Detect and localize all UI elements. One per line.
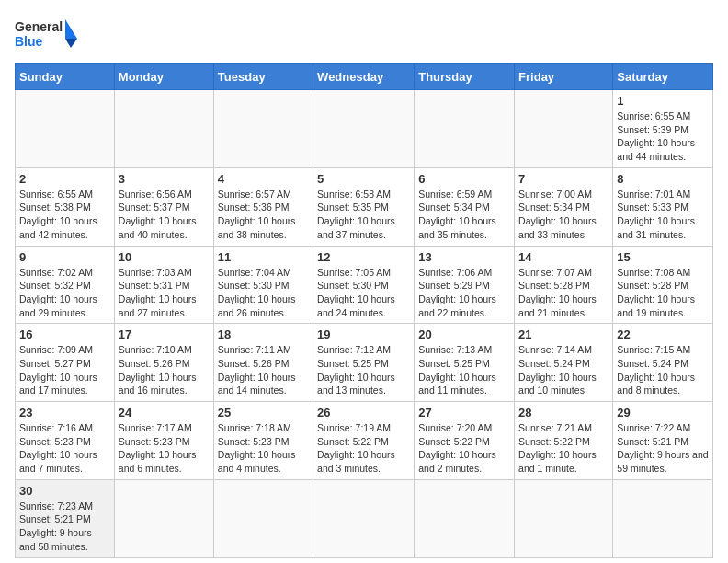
generalblue-logo: General Blue (15, 15, 79, 56)
calendar-header-row: SundayMondayTuesdayWednesdayThursdayFrid… (16, 64, 713, 90)
day-number: 24 (119, 406, 210, 419)
day-number: 16 (19, 327, 110, 341)
calendar-cell: 13Sunrise: 7:06 AM Sunset: 5:29 PM Dayli… (415, 246, 515, 324)
calendar-cell (213, 479, 313, 557)
day-info: Sunrise: 6:59 AM Sunset: 5:34 PM Dayligh… (418, 188, 510, 242)
calendar-week-row: 16Sunrise: 7:09 AM Sunset: 5:27 PM Dayli… (16, 324, 713, 402)
calendar-cell (114, 479, 213, 557)
day-info: Sunrise: 7:22 AM Sunset: 5:21 PM Dayligh… (617, 421, 709, 476)
calendar-cell: 16Sunrise: 7:09 AM Sunset: 5:27 PM Dayli… (16, 324, 115, 402)
day-number: 30 (19, 484, 110, 498)
day-number: 21 (518, 327, 609, 341)
calendar-cell: 15Sunrise: 7:08 AM Sunset: 5:28 PM Dayli… (613, 246, 713, 324)
calendar-cell (415, 479, 515, 557)
day-number: 17 (119, 327, 210, 341)
calendar-cell: 14Sunrise: 7:07 AM Sunset: 5:28 PM Dayli… (515, 246, 613, 324)
calendar-cell (313, 90, 415, 168)
calendar-cell: 28Sunrise: 7:21 AM Sunset: 5:22 PM Dayli… (515, 402, 613, 480)
day-number: 11 (218, 250, 309, 264)
page-header: General Blue (15, 15, 713, 56)
day-number: 28 (518, 406, 609, 419)
day-info: Sunrise: 7:21 AM Sunset: 5:22 PM Dayligh… (518, 421, 609, 476)
day-number: 14 (518, 250, 609, 264)
day-info: Sunrise: 6:57 AM Sunset: 5:36 PM Dayligh… (218, 188, 309, 242)
day-info: Sunrise: 7:07 AM Sunset: 5:28 PM Dayligh… (518, 266, 609, 320)
day-number: 9 (19, 250, 110, 264)
calendar-cell: 21Sunrise: 7:14 AM Sunset: 5:24 PM Dayli… (515, 324, 613, 402)
calendar-cell: 23Sunrise: 7:16 AM Sunset: 5:23 PM Dayli… (16, 402, 115, 480)
calendar-table: SundayMondayTuesdayWednesdayThursdayFrid… (15, 63, 713, 558)
day-info: Sunrise: 7:23 AM Sunset: 5:21 PM Dayligh… (19, 500, 110, 554)
calendar-cell (16, 90, 115, 168)
day-number: 4 (218, 172, 309, 186)
calendar-cell: 10Sunrise: 7:03 AM Sunset: 5:31 PM Dayli… (114, 246, 213, 324)
svg-text:General: General (15, 19, 63, 34)
svg-marker-2 (65, 19, 77, 39)
calendar-week-row: 30Sunrise: 7:23 AM Sunset: 5:21 PM Dayli… (16, 479, 713, 557)
day-number: 1 (617, 94, 709, 108)
calendar-cell: 5Sunrise: 6:58 AM Sunset: 5:35 PM Daylig… (313, 167, 415, 246)
calendar-cell: 1Sunrise: 6:55 AM Sunset: 5:39 PM Daylig… (613, 90, 713, 168)
day-number: 20 (418, 327, 510, 341)
calendar-week-row: 2Sunrise: 6:55 AM Sunset: 5:38 PM Daylig… (16, 167, 713, 246)
day-info: Sunrise: 7:15 AM Sunset: 5:24 PM Dayligh… (617, 343, 709, 397)
calendar-cell (515, 90, 613, 168)
day-info: Sunrise: 7:06 AM Sunset: 5:29 PM Dayligh… (418, 266, 510, 320)
svg-marker-3 (65, 39, 77, 48)
calendar-cell (213, 90, 313, 168)
day-number: 12 (317, 250, 410, 264)
day-info: Sunrise: 7:00 AM Sunset: 5:34 PM Dayligh… (518, 188, 609, 242)
calendar-week-row: 1Sunrise: 6:55 AM Sunset: 5:39 PM Daylig… (16, 90, 713, 168)
day-info: Sunrise: 7:03 AM Sunset: 5:31 PM Dayligh… (119, 266, 210, 320)
calendar-cell: 17Sunrise: 7:10 AM Sunset: 5:26 PM Dayli… (114, 324, 213, 402)
day-number: 8 (617, 172, 709, 186)
calendar-cell: 2Sunrise: 6:55 AM Sunset: 5:38 PM Daylig… (16, 167, 115, 246)
day-number: 19 (317, 327, 410, 341)
day-number: 15 (617, 250, 709, 264)
day-info: Sunrise: 7:11 AM Sunset: 5:26 PM Dayligh… (218, 343, 309, 397)
calendar-cell (114, 90, 213, 168)
calendar-cell (415, 90, 515, 168)
calendar-cell: 6Sunrise: 6:59 AM Sunset: 5:34 PM Daylig… (415, 167, 515, 246)
calendar-cell: 27Sunrise: 7:20 AM Sunset: 5:22 PM Dayli… (415, 402, 515, 480)
day-info: Sunrise: 7:09 AM Sunset: 5:27 PM Dayligh… (19, 343, 110, 397)
calendar-cell: 20Sunrise: 7:13 AM Sunset: 5:25 PM Dayli… (415, 324, 515, 402)
day-info: Sunrise: 6:55 AM Sunset: 5:38 PM Dayligh… (19, 188, 110, 242)
day-number: 5 (317, 172, 410, 186)
day-number: 3 (119, 172, 210, 186)
day-info: Sunrise: 7:20 AM Sunset: 5:22 PM Dayligh… (418, 421, 510, 476)
day-number: 27 (418, 406, 510, 419)
header-wednesday: Wednesday (313, 64, 415, 90)
header-saturday: Saturday (613, 64, 713, 90)
day-number: 23 (19, 406, 110, 419)
day-info: Sunrise: 7:01 AM Sunset: 5:33 PM Dayligh… (617, 188, 709, 242)
day-info: Sunrise: 7:04 AM Sunset: 5:30 PM Dayligh… (218, 266, 309, 320)
calendar-cell: 9Sunrise: 7:02 AM Sunset: 5:32 PM Daylig… (16, 246, 115, 324)
day-info: Sunrise: 7:18 AM Sunset: 5:23 PM Dayligh… (218, 421, 309, 476)
calendar-cell: 26Sunrise: 7:19 AM Sunset: 5:22 PM Dayli… (313, 402, 415, 480)
calendar-cell: 18Sunrise: 7:11 AM Sunset: 5:26 PM Dayli… (213, 324, 313, 402)
day-info: Sunrise: 6:55 AM Sunset: 5:39 PM Dayligh… (617, 109, 709, 164)
logo: General Blue (15, 15, 79, 56)
day-number: 18 (218, 327, 309, 341)
day-info: Sunrise: 7:05 AM Sunset: 5:30 PM Dayligh… (317, 266, 410, 320)
svg-text:Blue: Blue (15, 34, 43, 49)
header-friday: Friday (515, 64, 613, 90)
day-info: Sunrise: 7:14 AM Sunset: 5:24 PM Dayligh… (518, 343, 609, 397)
calendar-cell: 24Sunrise: 7:17 AM Sunset: 5:23 PM Dayli… (114, 402, 213, 480)
day-number: 6 (418, 172, 510, 186)
calendar-cell: 22Sunrise: 7:15 AM Sunset: 5:24 PM Dayli… (613, 324, 713, 402)
day-number: 2 (19, 172, 110, 186)
header-thursday: Thursday (415, 64, 515, 90)
calendar-cell: 12Sunrise: 7:05 AM Sunset: 5:30 PM Dayli… (313, 246, 415, 324)
day-info: Sunrise: 7:10 AM Sunset: 5:26 PM Dayligh… (119, 343, 210, 397)
day-number: 29 (617, 406, 709, 419)
header-tuesday: Tuesday (213, 64, 313, 90)
header-sunday: Sunday (16, 64, 115, 90)
calendar-cell: 7Sunrise: 7:00 AM Sunset: 5:34 PM Daylig… (515, 167, 613, 246)
calendar-cell: 30Sunrise: 7:23 AM Sunset: 5:21 PM Dayli… (16, 479, 115, 557)
calendar-cell (613, 479, 713, 557)
calendar-cell: 3Sunrise: 6:56 AM Sunset: 5:37 PM Daylig… (114, 167, 213, 246)
day-number: 26 (317, 406, 410, 419)
day-number: 22 (617, 327, 709, 341)
